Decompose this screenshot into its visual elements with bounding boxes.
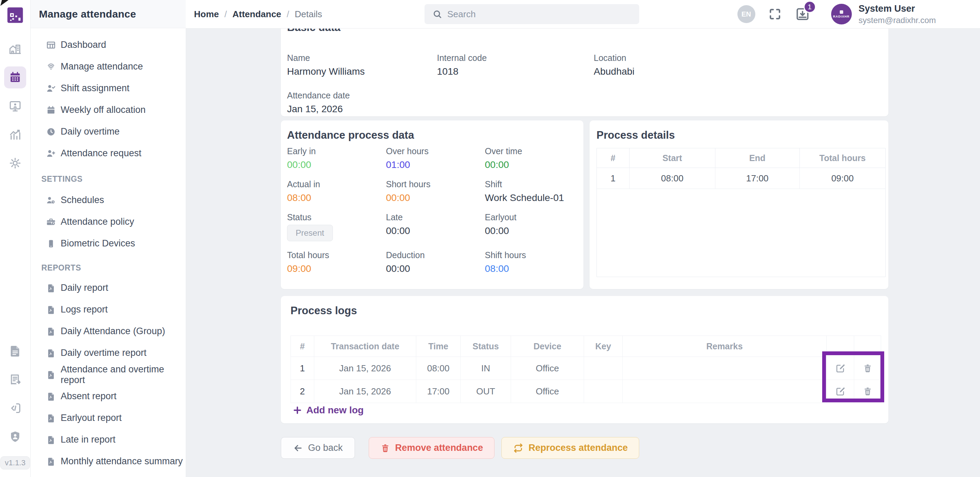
sidebar-item-label: Manage attendance [60, 61, 143, 72]
rail-item-settings[interactable] [4, 152, 26, 174]
process-data-title: Attendance process data [287, 129, 583, 141]
field-value: Jan 15, 2026 [287, 104, 437, 115]
sidebar-item-weekly-off[interactable]: Weekly off allocation [30, 99, 186, 121]
add-new-log-button[interactable]: Add new log [291, 404, 366, 416]
sidebar-item-dashboard[interactable]: Dashboard [30, 34, 186, 56]
breadcrumb-separator: / [224, 9, 227, 20]
sidebar-item-manage-attendance[interactable]: Manage attendance [30, 56, 186, 78]
sidebar-item-daily-overtime[interactable]: Daily overtime [30, 121, 186, 143]
avatar-label: RADIXHR [833, 15, 850, 18]
field-over-hours: Over hours 01:00 [386, 146, 485, 170]
field-label: Name [287, 53, 437, 63]
sidebar-item-biometric-devices[interactable]: Biometric Devices [30, 233, 186, 254]
column-header: Time [416, 336, 461, 357]
user-menu[interactable]: System User system@radixhr.com [859, 3, 936, 25]
sidebar-item-label: Earlyout report [60, 413, 122, 423]
field-label: Location [594, 53, 888, 63]
sidebar-item-label: Attendance request [60, 148, 141, 158]
rail-item-kiosk[interactable] [4, 95, 26, 117]
go-back-label: Go back [308, 442, 343, 453]
arrow-left-icon [293, 443, 303, 453]
sidebar-item-label: Daily Attendance (Group) [60, 326, 165, 337]
cell-device: Office [511, 357, 584, 380]
sidebar-item-label: Daily report [60, 282, 108, 293]
column-header: Device [511, 336, 584, 357]
sidebar-item-label: Biometric Devices [60, 238, 135, 249]
sidebar-item-absent-report[interactable]: Absent report [30, 385, 186, 407]
sidebar-item-label: Logs report [60, 304, 108, 315]
field-label: Shift hours [485, 250, 583, 260]
sidebar-item-label: Late in report [60, 434, 115, 445]
field-value: 09:00 [287, 263, 386, 274]
search-placeholder: Search [447, 9, 476, 20]
user-shield-icon [8, 430, 22, 444]
rail-item-documents[interactable] [4, 340, 26, 362]
language-badge[interactable]: EN [737, 5, 755, 23]
process-logs-title: Process logs [291, 304, 888, 317]
reprocess-attendance-button[interactable]: Reprocess attendance [501, 437, 639, 459]
rail-item-analytics[interactable] [4, 124, 26, 146]
sidebar-item-label: Attendance and overtime report [60, 364, 186, 385]
process-data-grid: Early in 00:00 Over hours 01:00 Over tim… [281, 146, 583, 274]
search-input[interactable]: Search [425, 4, 639, 24]
user-email: system@radixhr.com [859, 16, 936, 25]
rail-item-home[interactable] [4, 38, 26, 60]
sidebar-item-earlyout-report[interactable]: Earlyout report [30, 407, 186, 429]
column-header: Total hours [799, 148, 885, 168]
delete-log-button[interactable] [862, 386, 873, 396]
remove-attendance-button[interactable]: Remove attendance [369, 437, 495, 459]
cell-key [584, 380, 623, 403]
cell-end: 17:00 [715, 168, 799, 189]
delete-log-button[interactable] [862, 363, 873, 373]
field-value: Harmony Williams [287, 66, 437, 77]
sidebar-item-daily-report[interactable]: Daily report [30, 277, 186, 299]
field-value: Abudhabi [594, 66, 888, 77]
rail-item-developer[interactable] [4, 397, 26, 419]
sidebar-item-attendance-overtime-report[interactable]: Attendance and overtime report [30, 364, 186, 385]
field-label: Deduction [386, 250, 485, 260]
field-label: Early in [287, 146, 386, 157]
breadcrumb-attendance[interactable]: Attendance [232, 9, 281, 20]
field-value: 00:00 [287, 159, 386, 170]
field-name: Name Harmony Williams [287, 53, 437, 77]
app-logo[interactable] [5, 5, 25, 25]
field-label: Short hours [386, 179, 485, 190]
edit-log-button[interactable] [835, 363, 846, 374]
rail-item-payslips[interactable] [4, 369, 26, 391]
user-check-icon [46, 83, 57, 94]
user-avatar[interactable]: RADIXHR [831, 4, 852, 24]
sidebar-item-monthly-attendance-summary[interactable]: Monthly attendance summary [30, 450, 186, 472]
sidebar-item-daily-attendance-group[interactable]: Daily Attendance (Group) [30, 320, 186, 342]
cell-transaction-date: Jan 15, 2026 [314, 380, 416, 403]
receipt-export-icon [8, 373, 22, 387]
edit-log-button[interactable] [835, 386, 846, 397]
sidebar-item-attendance-request[interactable]: Attendance request [30, 143, 186, 164]
sidebar-item-attendance-policy[interactable]: Attendance policy [30, 211, 186, 233]
sidebar-item-schedules[interactable]: Schedules [30, 189, 186, 211]
import-logs-button[interactable]: 1 [795, 6, 810, 22]
basic-data-card: Basic data Name Harmony Williams Interna… [281, 28, 888, 116]
field-value: 01:00 [386, 159, 485, 170]
sidebar-nav: Dashboard Manage attendance Shift assign… [30, 28, 186, 472]
rail-item-attendance-active[interactable] [4, 67, 26, 89]
rail-item-account[interactable] [4, 426, 26, 448]
sidebar-item-logs-report[interactable]: Logs report [30, 299, 186, 320]
sidebar-item-daily-overtime-report[interactable]: Daily overtime report [30, 342, 186, 364]
breadcrumb-home[interactable]: Home [194, 9, 219, 20]
cell-device: Office [511, 380, 584, 403]
field-value: 00:00 [485, 159, 583, 170]
status-badge: Present [287, 225, 333, 241]
field-short-hours: Short hours 00:00 [386, 179, 485, 203]
top-header: Home / Attendance / Details Search EN 1 … [186, 0, 980, 29]
sidebar-item-shift-assignment[interactable]: Shift assignment [30, 78, 186, 99]
fullscreen-button[interactable] [768, 7, 782, 21]
sidebar-item-late-in-report[interactable]: Late in report [30, 429, 186, 450]
field-total-hours: Total hours 09:00 [287, 250, 386, 274]
field-label: Late [386, 212, 485, 223]
icon-rail: v1.1.3 [0, 0, 31, 477]
trash-icon [862, 363, 873, 373]
field-over-time: Over time 00:00 [485, 146, 583, 170]
go-back-button[interactable]: Go back [281, 437, 355, 459]
field-actual-in: Actual in 08:00 [287, 179, 386, 203]
sidebar-item-label: Attendance policy [60, 217, 134, 227]
